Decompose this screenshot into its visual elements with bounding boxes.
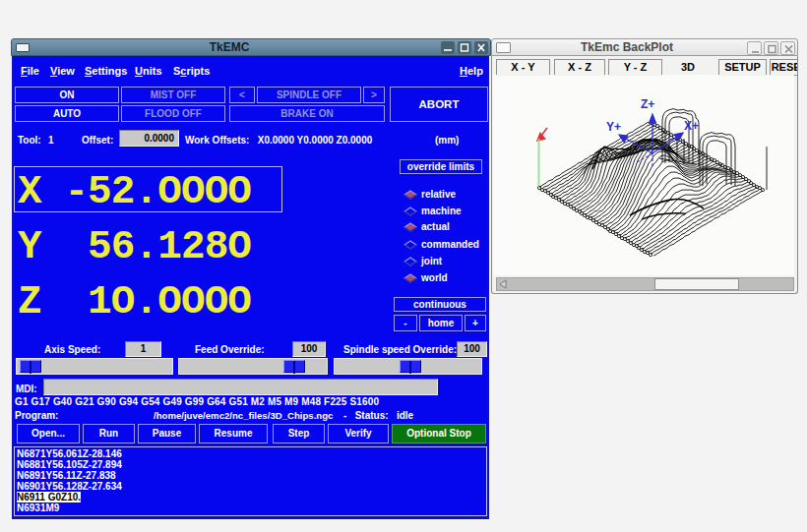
svg-text:Y+: Y+: [606, 120, 621, 134]
svg-text:X+: X+: [684, 119, 699, 133]
svg-text:Z+: Z+: [641, 97, 654, 111]
